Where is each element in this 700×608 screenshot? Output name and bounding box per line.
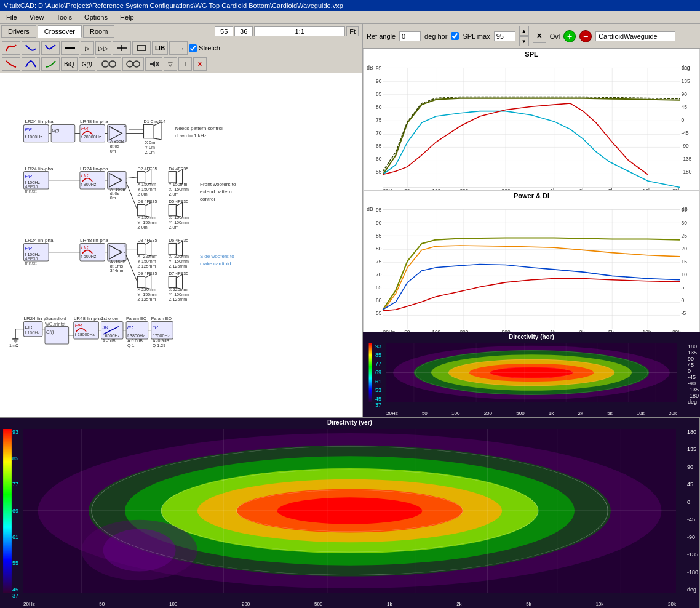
menu-item-help[interactable]: Help — [116, 12, 138, 22]
svg-text:A  85dB: A 85dB — [110, 139, 124, 144]
tab-drivers[interactable]: Drivers — [1, 25, 36, 38]
svg-text:X  220mm: X 220mm — [137, 287, 156, 292]
main-area: Drivers Crossover Room Ft — [0, 24, 700, 417]
svg-text:f  900Hz: f 900Hz — [81, 182, 97, 187]
bottom-area: Directivity (ver) — [0, 417, 700, 608]
spl-max-checkbox[interactable] — [451, 32, 459, 40]
wiring-loop-btn[interactable] — [97, 57, 121, 71]
svg-text:Y  150mm: Y 150mm — [137, 187, 156, 192]
menu-item-file[interactable]: File — [2, 12, 21, 22]
hor-heatmap-title: Directivity (hor) — [509, 334, 554, 340]
svg-text:Z  0m: Z 0m — [137, 192, 147, 197]
svg-text:Z  125mm: Z 125mm — [137, 297, 156, 302]
svg-text:f  28000Hz: f 28000Hz — [81, 135, 101, 140]
double-circle-btn[interactable] — [122, 57, 144, 71]
crossover-diagram: LR24 lin-pha FIR f 1000Hz G(f) LR48 lin-… — [0, 73, 362, 417]
filter-btn-black-flat[interactable] — [61, 41, 79, 55]
svg-text:A -1dB: A -1dB — [102, 338, 116, 343]
play-btn[interactable]: ▷ — [81, 41, 94, 55]
svg-text:25: 25 — [682, 233, 688, 239]
svg-text:1st order: 1st order — [101, 316, 119, 321]
menu-item-view[interactable]: View — [26, 12, 48, 22]
tab-crossover[interactable]: Crossover — [38, 25, 82, 38]
svg-text:f  100Hz: f 100Hz — [25, 330, 40, 335]
svg-text:X  150mm: X 150mm — [137, 182, 156, 187]
remove-btn[interactable]: − — [579, 30, 592, 42]
num-box-2[interactable] — [234, 26, 253, 36]
svg-text:Y -150mm: Y -150mm — [137, 292, 157, 297]
menu-item-options[interactable]: Options — [81, 12, 111, 22]
hor-colorbar — [366, 343, 375, 402]
svg-text:-45: -45 — [682, 130, 689, 136]
filter-btn-blue-curve1[interactable] — [22, 41, 40, 55]
tabs-toolbar: Drivers Crossover Room Ft — [0, 24, 362, 39]
svg-text:0: 0 — [682, 117, 685, 123]
filter-red-curve-low[interactable] — [2, 57, 20, 71]
hor-heatmap-svg — [386, 343, 677, 402]
svg-text:45: 45 — [682, 104, 688, 110]
svg-text:EIR: EIR — [25, 325, 32, 330]
filter-btn-red-curve1[interactable] — [2, 41, 20, 55]
svg-text:X  220mm: X 220mm — [169, 287, 188, 292]
svg-text:Y -150mm: Y -150mm — [169, 220, 189, 225]
menu-item-tools[interactable]: Tools — [52, 12, 76, 22]
hor-x-labels: 20Hz 50 100 200 500 1k 2k 5k 10k 20k — [386, 410, 677, 416]
ovl-label: Ovl — [550, 33, 560, 40]
filter-rect-btn[interactable] — [132, 41, 151, 55]
spl-spin-up[interactable]: ▲ — [519, 26, 529, 36]
stretch-checkbox[interactable] — [189, 44, 197, 52]
power-di-title: Power & DI — [364, 191, 699, 201]
filter-blue-bandpass[interactable] — [22, 57, 40, 71]
svg-point-5 — [133, 61, 140, 67]
svg-text:-90: -90 — [682, 143, 689, 149]
svg-text:Y -150mm: Y -150mm — [169, 259, 189, 264]
svg-text:FIR: FIR — [81, 173, 88, 178]
filter-btn-blue-curve2[interactable] — [41, 41, 60, 55]
svg-text:D7 4FE35: D7 4FE35 — [169, 271, 188, 276]
svg-text:Q  1.29: Q 1.29 — [153, 343, 165, 348]
svg-text:70: 70 — [376, 130, 382, 136]
svg-text:15: 15 — [682, 258, 688, 265]
svg-text:Z  125mm: Z 125mm — [169, 297, 187, 302]
svg-text:X  0m: X 0m — [145, 140, 156, 145]
svg-text:dt 0s: dt 0s — [110, 144, 120, 149]
svg-text:X -220mm: X -220mm — [169, 254, 189, 259]
svg-text:IIR: IIR — [153, 325, 158, 330]
ver-min-val: 37 — [12, 593, 18, 599]
system-name-input[interactable] — [595, 31, 675, 41]
down-arrow-btn[interactable]: ▽ — [164, 57, 177, 71]
app-title: VituixCAD: D:\Audio\Projects\Reference S… — [4, 2, 343, 9]
stretch-label: Stretch — [199, 44, 220, 52]
filter-green-highpass[interactable] — [41, 57, 60, 71]
t-btn[interactable]: T — [178, 57, 192, 71]
num-box-1[interactable] — [215, 26, 233, 36]
svg-text:D6 4FE35: D6 4FE35 — [169, 238, 188, 243]
svg-text:LR48 lin-pha: LR48 lin-pha — [80, 119, 108, 124]
spl-max-input[interactable] — [494, 31, 515, 41]
svg-text:1mΩ: 1mΩ — [9, 343, 19, 348]
ref-angle-input[interactable] — [399, 31, 421, 41]
gf-btn[interactable]: G(f) — [79, 57, 95, 71]
play-outline-btn[interactable]: ▷▷ — [95, 41, 111, 55]
filter-h-btn[interactable] — [113, 41, 131, 55]
svg-text:IIR: IIR — [127, 325, 133, 330]
svg-text:344mm: 344mm — [110, 268, 125, 273]
svg-text:G(f): G(f) — [46, 330, 54, 335]
title-bar: VituixCAD: D:\Audio\Projects\Reference S… — [0, 0, 700, 11]
x-mark-btn[interactable]: ✕ — [533, 30, 546, 43]
diagram-svg: LR24 lin-pha FIR f 1000Hz G(f) LR48 lin-… — [6, 79, 356, 411]
x-btn[interactable]: X — [193, 57, 207, 71]
arrow-right-btn[interactable]: —→ — [169, 41, 188, 55]
spl-spin-down[interactable]: ▼ — [519, 36, 529, 46]
add-btn[interactable]: + — [563, 30, 576, 42]
tab-room[interactable]: Room — [83, 25, 114, 38]
svg-text:FIR: FIR — [25, 127, 31, 132]
power-di-chart: Power & DI — [363, 190, 700, 332]
svg-text:f  3800Hz: f 3800Hz — [127, 334, 145, 338]
mute-btn[interactable] — [145, 57, 162, 71]
biq-btn[interactable]: BiQ — [61, 57, 78, 71]
hor-db-scale: 93 85 77 69 61 53 45 — [375, 343, 381, 402]
svg-text:f  1000Hz: f 1000Hz — [25, 135, 42, 140]
lib-btn[interactable]: LIB — [152, 41, 168, 55]
ratio-box[interactable] — [254, 26, 345, 36]
